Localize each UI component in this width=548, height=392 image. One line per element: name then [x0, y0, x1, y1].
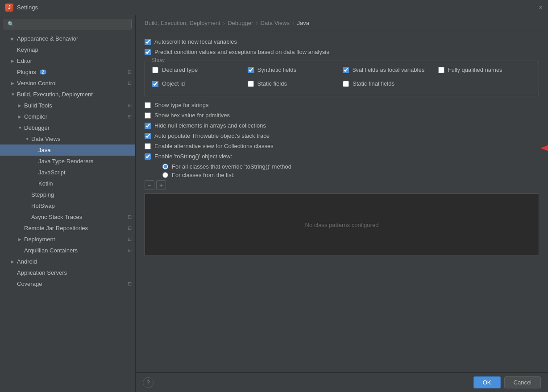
sidebar-item-debugger[interactable]: ▼ Debugger [0, 122, 135, 133]
cancel-button[interactable]: Cancel [504, 376, 541, 388]
sidebar-item-android[interactable]: ▶ Android [0, 256, 135, 267]
tostring-checkbox[interactable] [145, 153, 151, 160]
predict-checkbox[interactable] [145, 49, 151, 55]
sidebar-item-build-exec[interactable]: ▼ Build, Execution, Deployment [0, 89, 135, 100]
autoscroll-checkbox[interactable] [145, 39, 151, 45]
autoscroll-row: Autoscroll to new local variables [145, 38, 539, 45]
red-arrow-annotation [539, 141, 548, 155]
breadcrumb-sep-3: › [292, 20, 294, 26]
breadcrumb-part-3: Data Views [261, 20, 290, 26]
auto-populate-label[interactable]: Auto populate Throwable object's stack t… [154, 132, 270, 139]
autoscroll-label[interactable]: Autoscroll to new local variables [154, 38, 237, 45]
predict-label[interactable]: Predict condition values and exceptions … [154, 49, 329, 55]
auto-populate-checkbox[interactable] [145, 133, 151, 139]
tostring-all-radio[interactable] [162, 164, 168, 169]
tostring-list-label[interactable]: For classes from the list: [172, 172, 235, 178]
search-box[interactable]: 🔍 [4, 19, 132, 29]
tostring-option1-row: For all classes that override 'toString(… [162, 163, 539, 170]
static-final-fields-row: Static final fields [343, 80, 436, 87]
show-group-label: Show [149, 57, 166, 63]
static-fields-label[interactable]: Static fields [257, 80, 287, 87]
sidebar-item-async-stack-traces[interactable]: Async Stack Traces ⊡ [0, 211, 135, 223]
arrow-icon: ▼ [25, 136, 29, 141]
tostring-section: For all classes that override 'toString(… [154, 163, 539, 178]
show-type-strings-row: Show type for strings [145, 102, 539, 108]
external-link-icon: ⊡ [128, 236, 132, 242]
external-link-icon: ⊡ [128, 248, 132, 253]
sidebar-item-remote-jar[interactable]: Remote Jar Repositories ⊡ [0, 223, 135, 234]
static-final-fields-label[interactable]: Static final fields [353, 80, 394, 87]
sidebar-item-arquillian[interactable]: Arquillian Containers ⊡ [0, 245, 135, 256]
sidebar-item-deployment[interactable]: ▶ Deployment ⊡ [0, 234, 135, 245]
sidebar-item-version-control[interactable]: ▶ Version Control ⊡ [0, 78, 135, 89]
sidebar-item-javascript[interactable]: JavaScript [0, 167, 135, 178]
search-input[interactable] [17, 21, 128, 27]
val-fields-label[interactable]: $val fields as local variables [353, 66, 424, 73]
show-hex-label[interactable]: Show hex value for primitives [154, 112, 230, 119]
show-hex-checkbox[interactable] [145, 112, 151, 119]
static-final-fields-checkbox[interactable] [343, 81, 349, 87]
hide-null-checkbox[interactable] [145, 123, 151, 129]
declared-type-checkbox[interactable] [152, 67, 158, 73]
sidebar-item-label: Java [38, 147, 50, 153]
declared-type-label[interactable]: Declared type [162, 66, 198, 73]
alt-view-checkbox[interactable] [145, 143, 151, 149]
arrow-icon: ▶ [18, 114, 22, 119]
no-class-patterns-text: No class patterns configured [305, 222, 379, 228]
external-link-icon: ⊡ [128, 114, 132, 120]
help-button[interactable]: ? [143, 377, 154, 388]
sidebar-item-app-servers[interactable]: Application Servers [0, 267, 135, 278]
sidebar-item-java[interactable]: Java [0, 144, 135, 156]
sidebar: 🔍 ▶ Appearance & Behavior Keymap ▶ Edito… [0, 15, 136, 392]
sidebar-item-label: Stepping [31, 191, 54, 198]
ok-button[interactable]: OK [473, 376, 501, 388]
arrow-icon: ▼ [11, 92, 15, 97]
sidebar-item-label: Deployment [24, 236, 55, 243]
alt-view-label[interactable]: Enable alternative view for Collections … [154, 143, 274, 149]
object-id-label[interactable]: Object id [162, 80, 185, 87]
sidebar-item-build-tools[interactable]: ▶ Build Tools ⊡ [0, 100, 135, 111]
val-fields-checkbox[interactable] [343, 67, 349, 73]
tostring-label[interactable]: Enable 'toString()' object view: [154, 153, 232, 160]
tostring-row: Enable 'toString()' object view: [145, 153, 539, 160]
fully-qualified-label[interactable]: Fully qualified names [448, 66, 502, 73]
content-panel: Build, Execution, Deployment › Debugger … [136, 15, 548, 392]
sidebar-item-plugins[interactable]: Plugins 2 ⊡ [0, 66, 135, 78]
remove-button[interactable]: − [145, 180, 154, 190]
breadcrumb: Build, Execution, Deployment › Debugger … [136, 15, 548, 31]
sidebar-item-keymap[interactable]: Keymap [0, 44, 135, 55]
sidebar-item-editor[interactable]: ▶ Editor [0, 55, 135, 66]
fully-qualified-row: Fully qualified names [438, 66, 532, 73]
sidebar-item-stepping[interactable]: Stepping [0, 189, 135, 200]
sidebar-item-hotswap[interactable]: HotSwap [0, 200, 135, 211]
show-type-strings-label[interactable]: Show type for strings [154, 102, 208, 108]
synthetic-fields-label[interactable]: Synthetic fields [257, 66, 296, 73]
synthetic-fields-checkbox[interactable] [248, 67, 254, 73]
tostring-all-label[interactable]: For all classes that override 'toString(… [172, 163, 291, 170]
sidebar-item-label: Version Control [17, 80, 57, 87]
sidebar-item-appearance[interactable]: ▶ Appearance & Behavior [0, 33, 135, 44]
main-layout: 🔍 ▶ Appearance & Behavior Keymap ▶ Edito… [0, 15, 548, 392]
val-fields-row: $val fields as local variables [343, 66, 436, 73]
sidebar-item-coverage[interactable]: Coverage ⊡ [0, 278, 135, 289]
sidebar-item-compiler[interactable]: ▶ Compiler ⊡ [0, 111, 135, 122]
sidebar-item-label: Compiler [24, 113, 47, 120]
plugins-badge: 2 [40, 70, 47, 74]
add-button[interactable]: + [156, 180, 166, 190]
object-id-checkbox[interactable] [152, 81, 158, 87]
sidebar-item-label: Async Stack Traces [31, 214, 82, 220]
sidebar-item-java-type-renderers[interactable]: Java Type Renderers [0, 156, 135, 167]
static-fields-row: Static fields [248, 80, 341, 87]
breadcrumb-sep-1: › [223, 20, 225, 26]
hide-null-label[interactable]: Hide null elements in arrays and collect… [154, 122, 266, 129]
external-link-icon: ⊡ [128, 214, 132, 220]
sidebar-item-data-views[interactable]: ▼ Data Views [0, 133, 135, 144]
external-link-icon: ⊡ [128, 281, 132, 287]
tostring-list-radio[interactable] [162, 172, 168, 178]
alt-view-row: Enable alternative view for Collections … [145, 143, 274, 149]
show-type-strings-checkbox[interactable] [145, 102, 151, 108]
sidebar-item-kotlin[interactable]: Kotlin [0, 178, 135, 189]
fully-qualified-checkbox[interactable] [438, 67, 444, 73]
static-fields-checkbox[interactable] [248, 81, 254, 87]
close-button[interactable]: × [539, 4, 543, 12]
